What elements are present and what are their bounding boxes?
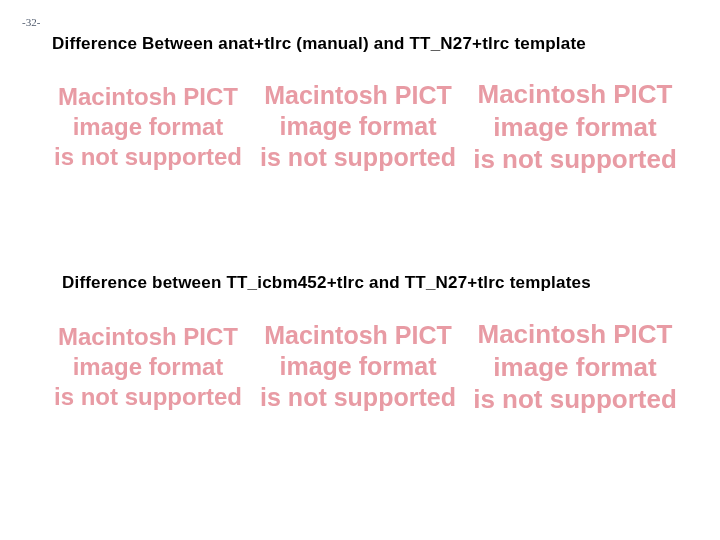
heading-1-var1: anat+tlrc [218,34,291,53]
pict-line-2: image format [280,351,437,382]
pict-line-1: Macintosh PICT [58,322,238,352]
pict-line-3: is not supported [473,143,677,176]
pict-placeholder-image: Macintosh PICT image format is not suppo… [48,318,248,416]
heading-1-mid: (manual) and [291,34,409,53]
heading-1-var2: TT_N27+tlrc [409,34,509,53]
pict-placeholder-image: Macintosh PICT image format is not suppo… [468,318,682,416]
pict-placeholder-image: Macintosh PICT image format is not suppo… [48,78,248,176]
pict-placeholder-row-1: Macintosh PICT image format is not suppo… [48,78,682,176]
pict-placeholder-row-2: Macintosh PICT image format is not suppo… [48,318,682,416]
pict-line-3: is not supported [260,142,456,173]
pict-line-1: Macintosh PICT [264,80,452,111]
pict-line-2: image format [493,111,656,144]
heading-difference-1: Difference Between anat+tlrc (manual) an… [52,34,586,54]
pict-placeholder-image: Macintosh PICT image format is not suppo… [468,78,682,176]
pict-line-2: image format [280,111,437,142]
pict-line-3: is not supported [473,383,677,416]
pict-line-3: is not supported [260,382,456,413]
heading-2-suffix: templates [505,273,591,292]
pict-line-3: is not supported [54,142,242,172]
pict-line-2: image format [73,352,224,382]
pict-placeholder-image: Macintosh PICT image format is not suppo… [254,318,462,416]
pict-line-3: is not supported [54,382,242,412]
heading-2-var2: TT_N27+tlrc [405,273,505,292]
pict-line-1: Macintosh PICT [58,82,238,112]
pict-line-1: Macintosh PICT [477,78,672,111]
heading-1-suffix: template [509,34,585,53]
heading-1-prefix: Difference Between [52,34,218,53]
pict-placeholder-image: Macintosh PICT image format is not suppo… [254,78,462,176]
pict-line-1: Macintosh PICT [477,318,672,351]
pict-line-2: image format [73,112,224,142]
page-number: -32- [22,16,40,28]
pict-line-1: Macintosh PICT [264,320,452,351]
heading-2-var1: TT_icbm452+tlrc [226,273,364,292]
heading-2-prefix: Difference between [62,273,226,292]
pict-line-2: image format [493,351,656,384]
heading-difference-2: Difference between TT_icbm452+tlrc and T… [62,273,591,293]
heading-2-mid: and [364,273,405,292]
